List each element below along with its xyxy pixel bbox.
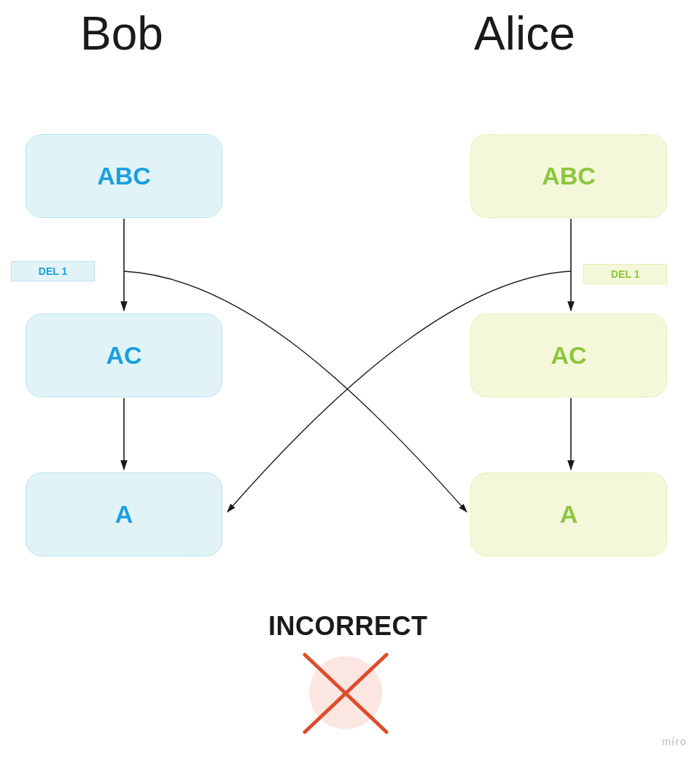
bob-op-tag: DEL 1 bbox=[11, 261, 95, 281]
title-alice: Alice bbox=[474, 10, 575, 57]
watermark: miro bbox=[662, 736, 687, 747]
result-banner: INCORRECT bbox=[268, 611, 428, 642]
alice-state-0: ABC bbox=[470, 134, 667, 218]
bob-state-0: ABC bbox=[26, 134, 222, 218]
incorrect-circle bbox=[309, 656, 382, 729]
bob-state-2: A bbox=[26, 472, 222, 556]
alice-op-tag: DEL 1 bbox=[583, 264, 667, 284]
alice-state-2: A bbox=[470, 472, 667, 556]
title-bob: Bob bbox=[80, 10, 163, 57]
bob-state-1: AC bbox=[26, 314, 222, 397]
alice-state-1: AC bbox=[470, 314, 667, 397]
